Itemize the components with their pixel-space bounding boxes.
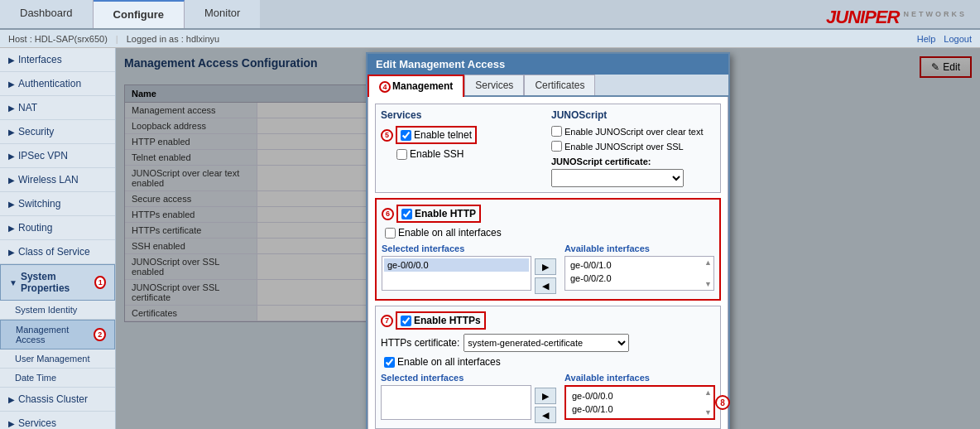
https-move-right-btn[interactable]: ▶ [535, 388, 556, 404]
enable-telnet-label: Enable telnet [414, 129, 472, 141]
help-link[interactable]: Help [917, 34, 936, 44]
dialog-tab-certificates[interactable]: Certificates [524, 75, 595, 95]
sidebar-subitem-datetime[interactable]: Date Time [0, 369, 115, 388]
https-cert-label: HTTPs certificate: [381, 337, 459, 349]
host-info: Host : HDL-SAP(srx650) [8, 34, 108, 44]
sidebar-label-usermgmt: User Management [15, 354, 90, 364]
sidebar-label-security: Security [18, 126, 54, 137]
https-scroll-down[interactable]: ▼ [704, 408, 712, 417]
sidebar-label-mgmtaccess: Management Access [16, 325, 90, 345]
https-enable-all-checkbox[interactable] [384, 357, 395, 368]
user-info: Logged in as : hdlxinyu [127, 34, 220, 44]
sidebar-item-nat[interactable]: ▶ NAT [0, 96, 115, 120]
sidebar-label-wirelesslan: Wireless LAN [18, 174, 79, 186]
scroll-down-arrow[interactable]: ▼ [704, 280, 712, 288]
enable-http-wrapper: Enable HTTP [396, 205, 481, 223]
sidebar-label-sysidentity: System Identity [15, 305, 77, 315]
https-scroll-up[interactable]: ▲ [704, 388, 712, 397]
http-available-list[interactable]: ge-0/0/1.0 ge-0/0/2.0 ▲ ▼ [564, 256, 714, 291]
enable-http-checkbox[interactable] [401, 209, 412, 219]
sidebar-subitem-usermgmt[interactable]: User Management [0, 349, 115, 369]
sidebar-label-sysprops: System Properties [21, 271, 91, 294]
available-interfaces-badge-8: 8 [715, 395, 730, 410]
sidebar-label-auth: Authentication [18, 78, 81, 89]
sidebar-item-wirelesslan[interactable]: ▶ Wireless LAN [0, 168, 115, 192]
https-available-item-0: ge-0/0/0.0 [569, 389, 711, 402]
sidebar-label-switching: Switching [18, 198, 60, 210]
https-badge: 7 [381, 315, 393, 327]
sidebar-subitem-managementaccess[interactable]: Management Access 2 [0, 320, 115, 349]
http-enable-all-checkbox[interactable] [385, 228, 396, 239]
http-move-left-btn[interactable]: ◀ [535, 277, 556, 294]
sidebar-label-cos: Class of Service [18, 246, 90, 258]
https-selected-header: Selected interfaces [381, 373, 531, 383]
sidebar-label-datetime: Date Time [15, 373, 56, 383]
sidebar-item-security[interactable]: ▶ Security [0, 120, 115, 144]
edit-dialog: Edit Management Access 4Management Servi… [366, 52, 730, 429]
sidebar-item-cos[interactable]: ▶ Class of Service [0, 240, 115, 264]
logout-link[interactable]: Logout [944, 34, 972, 44]
http-available-header: Available interfaces [564, 243, 714, 253]
junoscript-ssl-label: Enable JUNOScript over SSL [564, 142, 684, 152]
sidebar-item-ipsecvpn[interactable]: ▶ IPSec VPN [0, 144, 115, 168]
enable-telnet-checkbox[interactable] [401, 130, 411, 141]
sidebar-subitem-sysidentity[interactable]: System Identity [0, 301, 115, 320]
http-selected-list[interactable]: ge-0/0/0.0 [382, 256, 531, 291]
monitor-tab[interactable]: Monitor [185, 0, 260, 28]
junoscript-cert-select[interactable] [551, 169, 684, 187]
sidebar-label-routing: Routing [18, 222, 52, 234]
enable-telnet-checkbox-wrapper: Enable telnet [396, 126, 477, 144]
services-header: Services [381, 109, 545, 121]
http-badge: 6 [382, 208, 394, 220]
juniper-networks-label: NETWORKS [904, 10, 968, 18]
enable-http-label: Enable HTTP [415, 208, 476, 219]
http-move-right-btn[interactable]: ▶ [535, 258, 556, 275]
dashboard-tab[interactable]: Dashboard [0, 0, 94, 28]
sidebar-item-interfaces[interactable]: ▶ Interfaces [0, 48, 115, 72]
sidebar-label-chassis: Chassis Cluster [18, 393, 88, 405]
junoscript-cleartext-checkbox[interactable] [551, 126, 562, 137]
sidebar-label-interfaces: Interfaces [18, 54, 62, 65]
juniper-logo: JUNIPER [826, 7, 899, 27]
enable-https-wrapper: Enable HTTPs [396, 311, 486, 330]
https-cert-select[interactable]: system-generated-certificate [464, 334, 629, 352]
enable-telnet-badge: 5 [381, 129, 393, 142]
https-move-left-btn[interactable]: ◀ [535, 407, 556, 423]
dialog-tab-management[interactable]: 4Management [368, 75, 464, 97]
scroll-up-arrow[interactable]: ▲ [704, 258, 712, 267]
https-selected-list[interactable] [381, 385, 531, 420]
http-selected-header: Selected interfaces [382, 243, 531, 253]
configure-tab[interactable]: Configure [94, 0, 185, 28]
sidebar-label-ipsecvpn: IPSec VPN [18, 150, 68, 161]
sidebar-item-switching[interactable]: ▶ Switching [0, 192, 115, 216]
junoscript-cert-label: JUNOScript certificate: [551, 157, 715, 166]
sidebar-item-services[interactable]: ▶ Services [0, 412, 115, 429]
http-available-item-1: ge-0/0/2.0 [567, 272, 712, 285]
dialog-overlay: Edit Management Access 4Management Servi… [116, 48, 980, 429]
https-available-header: Available interfaces [564, 373, 715, 383]
enable-ssh-label: Enable SSH [410, 148, 464, 160]
dialog-titlebar: Edit Management Access [368, 54, 728, 75]
junoscript-header: JUNOScript [551, 109, 715, 121]
junoscript-cleartext-label: Enable JUNOScript over clear text [564, 127, 704, 137]
dialog-tabs: 4Management Services Certificates [368, 75, 728, 97]
dialog-tab-services[interactable]: Services [464, 75, 524, 95]
sidebar-label-services: Services [18, 417, 56, 429]
junoscript-ssl-checkbox[interactable] [551, 141, 562, 152]
certs-tab-label: Certificates [535, 80, 584, 91]
https-available-list-box: ge-0/0/0.0 ge-0/0/1.0 ▲ ▼ 8 [564, 385, 715, 420]
mgmt-badge: 2 [94, 328, 106, 341]
http-enable-all-label: Enable on all interfaces [398, 227, 502, 239]
sidebar-item-sysprops[interactable]: ▼ System Properties 1 [0, 264, 115, 301]
enable-https-label: Enable HTTPs [414, 315, 481, 326]
sidebar-item-chassiscluster[interactable]: ▶ Chassis Cluster [0, 388, 115, 412]
sidebar-item-authentication[interactable]: ▶ Authentication [0, 72, 115, 96]
sysprops-badge: 1 [94, 276, 106, 289]
sidebar-item-routing[interactable]: ▶ Routing [0, 216, 115, 240]
https-available-item-1: ge-0/0/1.0 [569, 402, 711, 416]
enable-ssh-checkbox[interactable] [396, 149, 407, 160]
http-selected-item-0: ge-0/0/0.0 [384, 258, 529, 272]
services-tab-label: Services [475, 80, 513, 91]
enable-https-checkbox[interactable] [401, 316, 411, 326]
https-enable-all-label: Enable on all interfaces [397, 356, 501, 368]
